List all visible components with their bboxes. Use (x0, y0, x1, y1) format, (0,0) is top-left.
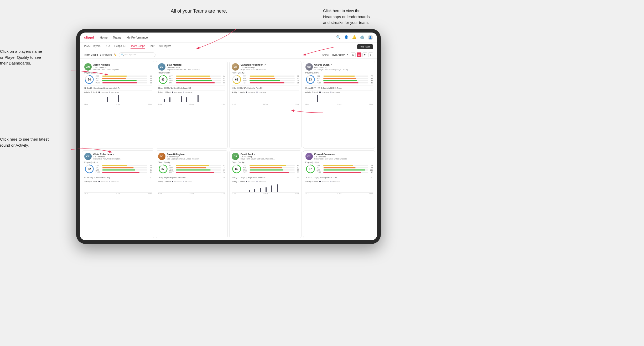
quality-label: Player Quality ℹ (84, 72, 152, 74)
team-title: Team Clippd | 14 Players (84, 53, 112, 56)
search-box[interactable]: 🔍 Filter by name (119, 52, 155, 57)
quality-circle[interactable]: 68 (232, 74, 242, 84)
view-grid-lg[interactable]: ⊞ (351, 52, 356, 57)
stats-grid: OTT 82 APP 74 ARG 85 PUTT 94 (169, 165, 226, 173)
latest-round[interactable]: 26 Aug 23 | 84 (+12), Royal North Devon … (232, 175, 299, 179)
sub-nav-hcaps[interactable]: Hcaps 1-5 (115, 45, 127, 49)
player-name[interactable]: Edward Crossman (314, 153, 373, 156)
player-handicap: 1-5 Handicap (241, 156, 299, 158)
tablet-screen: clippd Home Teams My Performance 🔍 👤 🔔 ⚙… (80, 33, 377, 240)
person-icon[interactable]: 👤 (344, 35, 349, 40)
round-arrow[interactable]: → (297, 176, 299, 179)
player-name[interactable]: Dave Billingham (167, 153, 226, 156)
round-arrow[interactable]: → (149, 176, 152, 179)
show-value[interactable]: Player Activity (331, 54, 345, 56)
activity-header: Activity · 1 Month On course Off course (158, 181, 226, 183)
latest-round[interactable]: 04 Sep 23 | Mobility with coach, Gym → (158, 175, 226, 179)
round-arrow[interactable]: → (370, 176, 373, 179)
player-avatar: EC (305, 153, 313, 160)
stats-grid: OTT 77 APP 80 ARG 83 PUTT 86 (317, 75, 373, 84)
player-handicap: 11-15 Handicap (93, 66, 152, 68)
sub-nav-tour[interactable]: Tour (149, 45, 154, 49)
stat-row: APP 58 (96, 77, 152, 79)
view-grid-sm[interactable]: ⊟ (357, 52, 361, 57)
quality-circle[interactable]: 85 (232, 164, 242, 174)
bell-icon[interactable]: 🔔 (352, 35, 357, 40)
player-handicap: 1-5 Handicap (314, 156, 373, 158)
player-card: DF David Ford ✔ 1-5 Handicap Royal North… (229, 150, 302, 238)
stat-row: PUTT 96 (243, 171, 299, 173)
activity-header: Activity · 1 Month On course Off course (232, 181, 299, 183)
stat-row: APP 77 (96, 167, 152, 169)
chart-labels: 31 Jul 21 Aug 4 Sep (84, 193, 152, 194)
round-arrow[interactable]: → (223, 87, 225, 89)
dropdown-icon[interactable]: ▼ (347, 54, 349, 56)
quality-circle[interactable]: 93 (158, 74, 168, 84)
player-header: CQ Charlie Quick ✔ 6-10 Handicap St. Geo… (305, 63, 373, 71)
sub-nav-all-players[interactable]: All Players (159, 45, 171, 49)
latest-round[interactable]: 18 Jul 23 | 74 (+4), Sunningdale GC - Ol… (305, 175, 373, 179)
player-card: AN Aaron Nicholls 11-15 Handicap Drift G… (82, 61, 154, 149)
nav-links: Home Teams My Performance (99, 36, 336, 39)
latest-round[interactable]: 02 Sep 23 | Sunset round to get back int… (84, 86, 152, 89)
nav-link-home[interactable]: Home (99, 36, 108, 39)
player-name[interactable]: Aaron Nicholls (93, 63, 152, 66)
activity-section: Activity · 1 Month On course Off course (158, 180, 226, 194)
stat-row: ARG 88 (169, 80, 226, 82)
quality-circle[interactable]: 82 (84, 164, 94, 174)
activity-chart (84, 183, 152, 193)
activity-header: Activity · 1 Month On course Off course (158, 91, 226, 93)
annotation-top-right: Click here to view theHeatmaps or leader… (323, 8, 370, 26)
sub-nav-pga[interactable]: PGA (105, 45, 110, 49)
quality-label: Player Quality ℹ (305, 161, 373, 163)
annotation-left-bottom: Click here to see their latestround or A… (0, 136, 49, 148)
stat-row: OTT 60 (96, 165, 152, 167)
player-header: CR Cameron Robertson ✔ 11-15 Handicap Ro… (232, 63, 299, 71)
search-icon[interactable]: 🔍 (336, 35, 341, 40)
player-name[interactable]: Chris Robertson ✔ (93, 153, 152, 156)
nav-link-teams[interactable]: Teams (112, 36, 122, 39)
quality-circle[interactable]: 87 (305, 164, 315, 174)
activity-chart (232, 94, 299, 103)
activity-chart (158, 183, 226, 193)
add-team-button[interactable]: Add Team (357, 44, 373, 49)
round-arrow[interactable]: → (223, 176, 225, 179)
user-avatar[interactable]: 👤 (368, 35, 373, 40)
quality-circle[interactable]: 83 (305, 74, 315, 84)
quality-circle[interactable]: 74 (84, 74, 94, 84)
player-info: Charlie Quick ✔ 6-10 Handicap St. George… (314, 63, 373, 70)
latest-round[interactable]: 26 Aug 23 | 73 (+1), Royal North Devon G… (158, 86, 226, 89)
app-logo[interactable]: clippd (84, 35, 94, 39)
stats-grid: OTT 89 APP 80 ARG 83 PUTT 96 (243, 165, 299, 173)
stat-row: ARG 85 (169, 169, 226, 171)
settings-icon[interactable]: ⚙️ (360, 35, 365, 40)
round-arrow[interactable]: → (149, 87, 152, 89)
sub-nav-pgat[interactable]: PGAT Players (84, 45, 100, 49)
latest-round[interactable]: 05 Mar 23 | 19, Must make putting → (84, 175, 152, 179)
player-name[interactable]: David Ford ✔ (241, 153, 299, 156)
filter-btn[interactable]: ▼ (362, 52, 367, 57)
quality-circle[interactable]: 87 (158, 164, 168, 174)
edit-icon[interactable]: ✏️ (114, 54, 117, 56)
round-arrow[interactable]: → (297, 87, 299, 89)
stat-row: OTT 82 (169, 165, 226, 167)
activity-chart (305, 94, 373, 103)
round-arrow[interactable]: → (370, 87, 373, 89)
player-name[interactable]: Blair McHarg (167, 63, 226, 66)
latest-round[interactable]: 07 Aug 23 | 77 (+7), St George's Hill GC… (305, 86, 373, 89)
player-name[interactable]: Cameron Robertson ✔ (241, 63, 299, 66)
stat-row: PUTT 86 (317, 82, 373, 84)
player-header: AN Aaron Nicholls 11-15 Handicap Drift G… (84, 63, 152, 71)
sort-btn[interactable]: ↕ (368, 52, 373, 57)
activity-header: Activity · 1 Month On course Off course (232, 91, 299, 93)
player-name[interactable]: Charlie Quick ✔ (314, 63, 373, 66)
stat-row: ARG 84 (96, 80, 152, 82)
quality-label: Player Quality ℹ (158, 161, 226, 163)
stat-row: ARG 103 (317, 169, 373, 171)
latest-round[interactable]: 02 Jul 23 | 59 (+17), Craigmillar Park G… (232, 86, 299, 89)
activity-header: Activity · 1 Month On course Off course (84, 91, 152, 93)
nav-link-performance[interactable]: My Performance (126, 36, 148, 39)
stat-row: APP 63 (243, 77, 299, 79)
sub-nav-team-clippd[interactable]: Team Clippd (131, 45, 145, 49)
chart-labels: 31 Jul 21 Aug 4 Sep (158, 103, 226, 105)
